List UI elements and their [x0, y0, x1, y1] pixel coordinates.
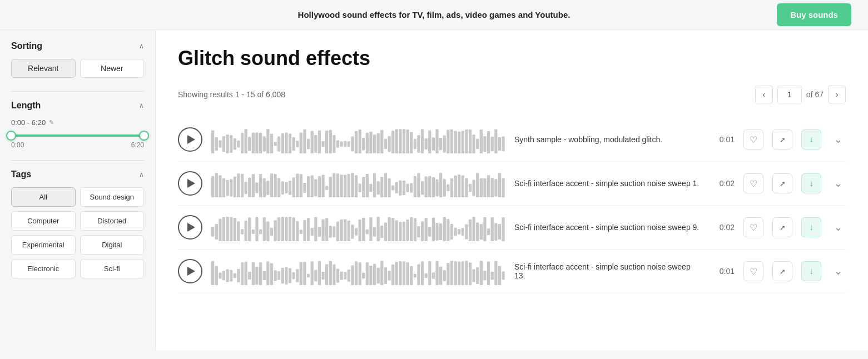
svg-rect-117: [348, 174, 350, 197]
tag-button-electronic[interactable]: Electronic: [11, 259, 76, 278]
svg-rect-301: [435, 261, 438, 285]
download-button-0[interactable]: ↓: [801, 129, 821, 149]
svg-rect-233: [480, 224, 483, 240]
tag-button-all[interactable]: All: [11, 187, 76, 207]
svg-rect-169: [245, 221, 247, 241]
svg-rect-48: [388, 136, 390, 152]
page-number-input[interactable]: [777, 86, 802, 103]
svg-rect-207: [384, 223, 387, 241]
svg-rect-23: [296, 141, 299, 147]
waveform-2[interactable]: [211, 213, 505, 241]
prev-page-button[interactable]: ‹: [755, 86, 773, 103]
tag-button-sci-fi[interactable]: Sci-fi: [80, 259, 145, 278]
range-min-label: 0:00: [11, 141, 24, 149]
favorite-button-0[interactable]: ♡: [743, 129, 763, 149]
svg-rect-195: [340, 220, 343, 241]
tag-button-experimental[interactable]: Experimental: [11, 235, 76, 255]
svg-rect-267: [311, 261, 314, 285]
svg-rect-36: [344, 141, 346, 147]
range-slider[interactable]: [11, 134, 144, 137]
expand-button-3[interactable]: ⌄: [830, 263, 846, 279]
waveform-1[interactable]: [211, 169, 505, 197]
edit-range-icon[interactable]: ✎: [49, 119, 54, 126]
svg-rect-50: [395, 129, 398, 153]
svg-rect-206: [380, 226, 383, 238]
svg-rect-71: [472, 134, 475, 153]
svg-rect-271: [325, 264, 328, 285]
waveform-0[interactable]: [211, 126, 505, 153]
sort-relevant-button[interactable]: Relevant: [11, 59, 76, 78]
svg-rect-87: [237, 173, 240, 197]
download-button-3[interactable]: ↓: [801, 261, 821, 281]
svg-rect-183: [296, 221, 299, 241]
tags-chevron-icon[interactable]: ∧: [139, 171, 144, 178]
tag-button-digital[interactable]: Digital: [80, 235, 145, 255]
svg-rect-171: [252, 230, 255, 234]
play-button-3[interactable]: [178, 259, 202, 283]
svg-rect-209: [391, 218, 394, 241]
play-button-2[interactable]: [178, 215, 202, 240]
svg-rect-180: [285, 217, 287, 241]
expand-button-2[interactable]: ⌄: [830, 220, 846, 235]
svg-rect-148: [462, 175, 464, 197]
svg-rect-41: [362, 138, 365, 151]
range-thumb-left[interactable]: [6, 131, 16, 141]
tag-button-distorted[interactable]: Distorted: [80, 211, 145, 231]
play-button-1[interactable]: [178, 171, 202, 196]
svg-rect-34: [336, 140, 339, 147]
svg-rect-84: [226, 180, 229, 196]
sorting-chevron-icon[interactable]: ∧: [139, 42, 144, 50]
svg-rect-251: [252, 262, 255, 285]
svg-rect-236: [491, 217, 494, 241]
svg-rect-288: [388, 271, 390, 280]
svg-rect-51: [399, 129, 401, 153]
favorite-button-3[interactable]: ♡: [743, 261, 763, 281]
play-icon-0: [187, 135, 195, 144]
svg-rect-95: [266, 181, 269, 195]
svg-rect-295: [414, 274, 416, 277]
range-thumb-right[interactable]: [139, 131, 149, 141]
svg-rect-302: [439, 267, 442, 285]
svg-rect-182: [292, 217, 295, 241]
sound-list: Synth sample - wobbling, modulated glitc…: [178, 118, 846, 293]
favorite-button-2[interactable]: ♡: [743, 217, 763, 237]
favorite-button-1[interactable]: ♡: [743, 173, 763, 193]
svg-rect-157: [494, 179, 497, 196]
download-button-1[interactable]: ↓: [801, 173, 821, 193]
buy-sounds-button[interactable]: Buy sounds: [777, 3, 851, 26]
tag-button-computer[interactable]: Computer: [11, 211, 76, 231]
expand-button-1[interactable]: ⌄: [830, 176, 846, 191]
svg-rect-94: [263, 178, 266, 197]
svg-rect-218: [425, 218, 428, 241]
results-count: Showing results 1 - 15 of 6,008: [178, 90, 285, 99]
svg-rect-100: [285, 182, 287, 193]
share-button-1[interactable]: ➚: [772, 173, 792, 193]
share-button-0[interactable]: ➚: [772, 129, 792, 149]
svg-rect-32: [329, 130, 332, 153]
svg-rect-306: [454, 261, 457, 285]
next-page-button[interactable]: ›: [828, 86, 846, 103]
svg-rect-153: [480, 178, 483, 197]
length-chevron-icon[interactable]: ∧: [139, 102, 144, 109]
svg-rect-86: [234, 177, 236, 197]
svg-rect-75: [487, 131, 490, 153]
svg-rect-310: [469, 262, 472, 285]
svg-rect-35: [340, 141, 343, 146]
svg-rect-190: [321, 220, 324, 241]
tag-button-sound-design[interactable]: Sound design: [80, 187, 145, 207]
svg-rect-221: [435, 223, 438, 241]
svg-rect-97: [274, 174, 276, 197]
svg-rect-91: [252, 174, 255, 197]
play-button-0[interactable]: [178, 127, 202, 152]
waveform-3[interactable]: [211, 257, 505, 285]
sound-duration-1: 0:02: [712, 179, 735, 188]
sort-newer-button[interactable]: Newer: [80, 59, 145, 78]
download-button-2[interactable]: ↓: [801, 217, 821, 237]
svg-rect-120: [359, 183, 361, 192]
svg-rect-43: [369, 132, 372, 153]
svg-rect-238: [498, 224, 501, 240]
share-button-3[interactable]: ➚: [772, 261, 792, 281]
expand-button-0[interactable]: ⌄: [830, 132, 846, 147]
share-button-2[interactable]: ➚: [772, 217, 792, 237]
svg-rect-115: [340, 174, 343, 197]
